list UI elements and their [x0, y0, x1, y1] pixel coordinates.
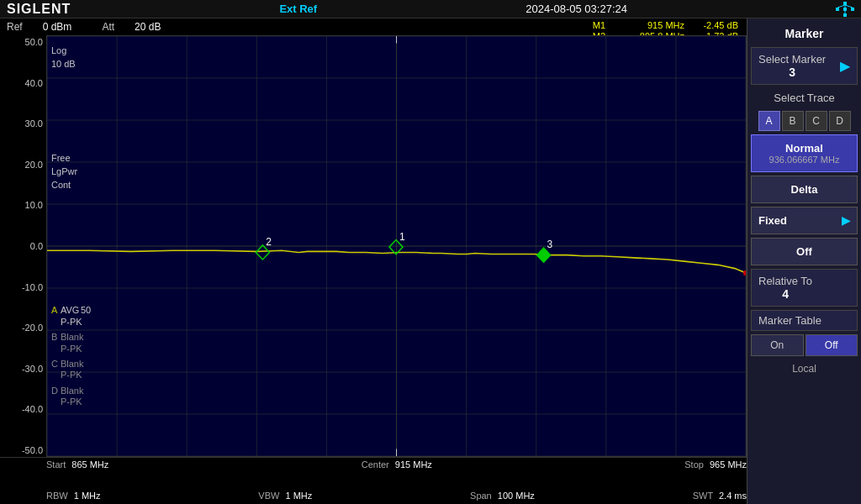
- svg-rect-1: [836, 8, 839, 11]
- select-trace-label: Select Trace: [751, 88, 858, 108]
- vbw-value: 1 MHz: [285, 491, 312, 501]
- right-panel: Marker Select Marker 3 ▶ Select Trace A …: [747, 18, 861, 504]
- ext-ref-indicator: Ext Ref: [279, 3, 317, 15]
- relative-to-section[interactable]: Relative To 4: [751, 269, 858, 307]
- att-label: Att: [102, 21, 114, 33]
- off-button[interactable]: Off: [751, 238, 858, 265]
- svg-rect-3: [851, 8, 854, 11]
- marker-table-section: Marker Table: [751, 310, 858, 331]
- y-label-n20: -20.0: [0, 323, 43, 333]
- delta-button[interactable]: Delta: [751, 176, 858, 203]
- marker-m2-number: 2: [266, 236, 272, 248]
- center-freq-group: Center 915 MHz: [362, 459, 432, 470]
- average-label: LgPwr: [51, 166, 77, 176]
- trace-c-ppk: P-PK: [61, 370, 82, 380]
- swt-label: SWT: [693, 491, 713, 501]
- trace-d-blank: Blank: [61, 385, 84, 395]
- normal-freq: 936.066667 MHz: [755, 155, 853, 165]
- center-value: 915 MHz: [395, 459, 432, 470]
- select-marker-section[interactable]: Select Marker 3 ▶: [751, 47, 858, 85]
- span-label: Span: [470, 491, 492, 501]
- relative-to-label: Relative To: [758, 275, 812, 287]
- marker-table-off-button[interactable]: Off: [806, 334, 858, 356]
- trace-c-label: C: [51, 358, 58, 368]
- y-label-0: 0.0: [0, 241, 43, 251]
- rbw-label: RBW: [46, 491, 68, 501]
- m1-freq: 915 MHz: [609, 20, 684, 30]
- y-label-50: 50.0: [0, 37, 43, 47]
- select-marker-arrow: ▶: [840, 58, 850, 74]
- spectrum-area: Ref 0 dBm Att 20 dB M1 915 MHz -2.45 dB …: [0, 18, 747, 504]
- trace-b-blank: Blank: [61, 331, 84, 341]
- vbw-group: VBW 1 MHz: [258, 491, 312, 501]
- select-marker-value: 3: [758, 66, 826, 79]
- trace-btn-b[interactable]: B: [782, 111, 804, 131]
- stop-freq-group: Stop 965 MHz: [684, 459, 747, 470]
- svg-rect-4: [843, 13, 847, 17]
- trace-btn-a[interactable]: A: [758, 111, 780, 131]
- trace-a-avg-val: 50: [81, 304, 91, 314]
- top-bar: SIGLENT Ext Ref 2024-08-05 03:27:24: [0, 0, 861, 18]
- sweep-label: Cont: [51, 180, 71, 190]
- y-label-n30: -30.0: [0, 364, 43, 374]
- trace-c-blank: Blank: [61, 358, 84, 368]
- select-marker-label: Select Marker: [758, 53, 826, 66]
- y-label-n10: -10.0: [0, 282, 43, 292]
- ref-value: 0 dBm: [43, 21, 72, 33]
- m1-amp: -2.45 dB: [688, 20, 738, 30]
- svg-rect-0: [843, 2, 847, 5]
- trace-a-ppk: P-PK: [61, 316, 82, 326]
- normal-label: Normal: [755, 142, 853, 155]
- y-label-n40: -40.0: [0, 404, 43, 414]
- chart-container: 50.0 40.0 30.0 20.0 10.0 0.0 -10.0 -20.0…: [0, 35, 747, 457]
- trace-d-label: D: [51, 385, 58, 395]
- marker-table-label: Marker Table: [758, 314, 821, 327]
- detector-label: Free: [51, 153, 71, 163]
- relative-to-value: 4: [758, 287, 812, 301]
- spectrum-chart: 1 2 3 Log 10 dB Free LgPwr Cont: [47, 36, 746, 456]
- start-label: Start: [46, 459, 66, 470]
- trace-b-label: B: [51, 331, 57, 341]
- scale-value-label: 10 dB: [51, 59, 76, 69]
- m1-label: M1: [580, 20, 605, 30]
- y-label-n50: -50.0: [0, 445, 43, 455]
- y-label-10: 10.0: [0, 200, 43, 210]
- ref-label: Ref: [7, 21, 23, 33]
- marker-table-toggle: On Off: [751, 334, 858, 356]
- start-value: 865 MHz: [71, 459, 108, 470]
- center-label: Center: [362, 459, 389, 470]
- network-icon: [836, 2, 854, 17]
- marker-m1-number: 1: [399, 230, 405, 242]
- bottom-axis: Start 865 MHz Center 915 MHz Stop 965 MH…: [0, 457, 747, 487]
- datetime-display: 2024-08-05 03:27:24: [526, 3, 627, 15]
- marker-m1-row: M1 915 MHz -2.45 dB: [580, 20, 738, 30]
- trace-end-marker: [743, 270, 746, 276]
- span-group: Span 100 MHz: [470, 491, 535, 501]
- span-value: 100 MHz: [498, 491, 535, 501]
- relative-to-content: Relative To 4: [758, 275, 812, 301]
- trace-buttons-group: A B C D: [751, 111, 858, 131]
- rbw-group: RBW 1 MHz: [46, 491, 101, 501]
- siglent-logo: SIGLENT: [7, 2, 71, 17]
- marker-m3-number: 3: [547, 239, 553, 250]
- main-layout: Ref 0 dBm Att 20 dB M1 915 MHz -2.45 dB …: [0, 18, 861, 504]
- fixed-button[interactable]: Fixed ▶: [751, 207, 858, 234]
- trace-a-avg: AVG: [61, 304, 79, 314]
- y-axis-labels: 50.0 40.0 30.0 20.0 10.0 0.0 -10.0 -20.0…: [0, 35, 46, 457]
- att-value: 20 dB: [135, 21, 161, 33]
- trace-b-ppk: P-PK: [61, 343, 82, 353]
- trace-a-label: A: [51, 304, 58, 314]
- stop-label: Stop: [684, 459, 704, 470]
- local-label: Local: [751, 360, 858, 378]
- svg-line-7: [845, 5, 853, 8]
- normal-button[interactable]: Normal 936.066667 MHz: [751, 134, 858, 172]
- chart-plot: 1 2 3 Log 10 dB Free LgPwr Cont: [46, 35, 747, 457]
- start-freq-group: Start 865 MHz: [46, 459, 108, 470]
- trace-btn-d[interactable]: D: [829, 111, 851, 131]
- bottom-info: RBW 1 MHz VBW 1 MHz Span 100 MHz SWT 2.4…: [0, 487, 747, 504]
- trace-btn-c[interactable]: C: [806, 111, 827, 131]
- swt-group: SWT 2.4 ms: [693, 491, 747, 501]
- select-marker-content: Select Marker 3: [758, 53, 826, 79]
- marker-table-on-button[interactable]: On: [751, 334, 804, 356]
- y-label-20: 20.0: [0, 160, 43, 170]
